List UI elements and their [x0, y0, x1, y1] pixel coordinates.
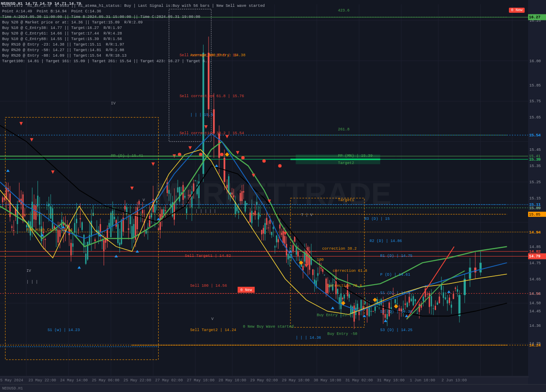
bottom-bar: NEOUSD.H1 — [0, 384, 546, 392]
chart-canvas — [0, 0, 546, 392]
chart-container: NEOUSD.H1 14.72 14.79 14.71 14.79 0 New … — [0, 0, 546, 392]
symbol-label: NEOUSD.H1 — [2, 386, 23, 391]
time-axis — [0, 377, 529, 384]
new-signal-badge: 0 New — [509, 8, 525, 13]
